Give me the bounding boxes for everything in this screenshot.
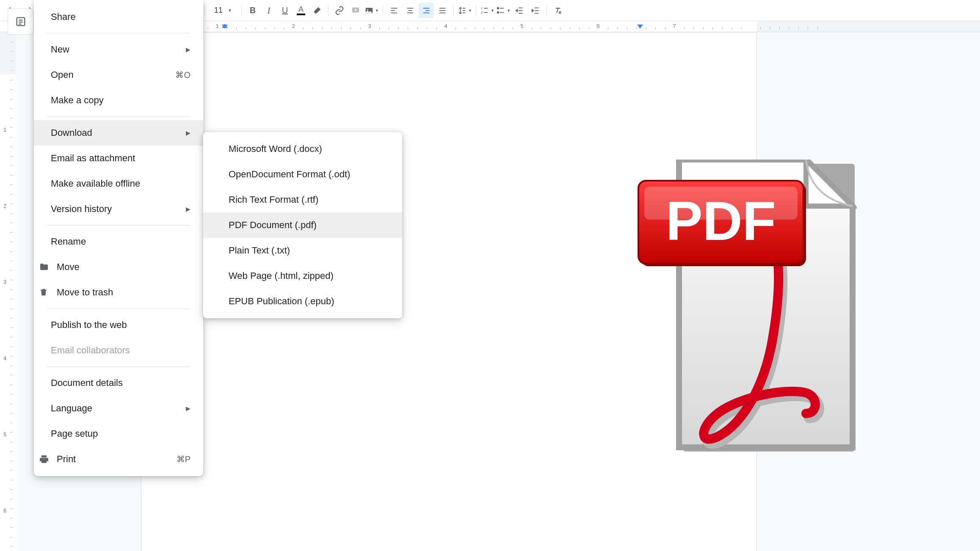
- folder-icon: [39, 262, 52, 272]
- submenu-item-epub[interactable]: EPUB Publication (.epub): [203, 289, 402, 314]
- highlight-button[interactable]: [309, 3, 325, 18]
- clear-formatting-button[interactable]: [550, 3, 566, 18]
- document-outline-button[interactable]: [8, 8, 34, 35]
- chevron-down-icon: ▼: [507, 8, 511, 13]
- align-center-button[interactable]: [403, 3, 418, 18]
- insert-image-button[interactable]: ▼: [364, 3, 379, 18]
- menu-item-print[interactable]: Print⌘P: [34, 446, 203, 472]
- menu-item-available-offline[interactable]: Make available offline: [34, 171, 203, 196]
- menu-item-language[interactable]: Language▶: [34, 396, 203, 421]
- menu-item-make-copy[interactable]: Make a copy: [34, 88, 203, 113]
- numbered-list-button[interactable]: 12 ▼: [480, 3, 495, 18]
- print-icon: [39, 454, 52, 464]
- download-submenu: Microsoft Word (.docx) OpenDocument Form…: [203, 132, 402, 318]
- submenu-item-odt[interactable]: OpenDocument Format (.odt): [203, 162, 402, 187]
- menu-separator: [47, 33, 190, 33]
- submenu-item-rtf[interactable]: Rich Text Format (.rtf): [203, 187, 402, 212]
- toolbar-separator: [453, 6, 454, 16]
- text-color-button[interactable]: A: [293, 3, 309, 18]
- bold-button[interactable]: B: [245, 3, 260, 18]
- submenu-item-pdf[interactable]: PDF Document (.pdf): [203, 212, 402, 238]
- menu-item-share[interactable]: Share: [34, 4, 203, 30]
- menu-item-open[interactable]: Open⌘O: [34, 62, 203, 88]
- increase-indent-button[interactable]: [528, 3, 543, 18]
- align-left-button[interactable]: [386, 3, 402, 18]
- menu-item-version-history[interactable]: Version history▶: [34, 196, 203, 222]
- menu-item-move-to-trash[interactable]: Move to trash: [34, 280, 203, 305]
- font-size-dropdown[interactable]: 11 ▼: [208, 3, 238, 18]
- menu-separator: [47, 366, 190, 367]
- menu-item-new[interactable]: New▶: [34, 37, 203, 62]
- menu-separator: [47, 309, 190, 309]
- underline-button[interactable]: U: [277, 3, 293, 18]
- submenu-item-docx[interactable]: Microsoft Word (.docx): [203, 136, 402, 162]
- submenu-item-html[interactable]: Web Page (.html, zipped): [203, 263, 402, 289]
- toolbar-separator: [204, 6, 205, 16]
- insert-link-button[interactable]: [332, 3, 347, 18]
- toolbar-separator: [328, 6, 329, 16]
- align-right-button[interactable]: [419, 3, 434, 18]
- submenu-arrow-icon: ▶: [186, 405, 190, 412]
- chevron-down-icon: ▼: [491, 8, 494, 13]
- chevron-down-icon: ▼: [375, 8, 379, 13]
- toolbar-separator: [383, 6, 383, 16]
- svg-point-23: [497, 11, 499, 13]
- font-size-value: 11: [214, 6, 223, 15]
- submenu-arrow-icon: ▶: [186, 46, 190, 53]
- toolbar-separator: [547, 6, 547, 16]
- vertical-ruler: 123456: [0, 32, 16, 551]
- menu-item-email-attachment[interactable]: Email as attachment: [34, 146, 203, 171]
- toolbar-separator: [476, 6, 476, 16]
- shortcut-label: ⌘P: [177, 454, 190, 464]
- submenu-arrow-icon: ▶: [186, 129, 190, 136]
- insert-comment-button[interactable]: [348, 3, 363, 18]
- trash-icon: [39, 288, 52, 297]
- submenu-arrow-icon: ▶: [186, 206, 190, 212]
- menu-item-page-setup[interactable]: Page setup: [34, 421, 203, 446]
- align-justify-button[interactable]: [435, 3, 450, 18]
- file-menu: Share New▶ Open⌘O Make a copy Download▶ …: [34, 0, 203, 476]
- menu-item-email-collaborators: Email collaborators: [34, 338, 203, 363]
- menu-item-move[interactable]: Move: [34, 254, 203, 280]
- line-spacing-button[interactable]: ▼: [457, 3, 472, 18]
- submenu-item-txt[interactable]: Plain Text (.txt): [203, 238, 402, 263]
- pdf-file-image: PDF: [637, 160, 857, 456]
- menu-item-rename[interactable]: Rename: [34, 229, 203, 254]
- svg-text:2: 2: [481, 11, 483, 14]
- svg-point-2: [367, 9, 368, 10]
- italic-button[interactable]: I: [261, 3, 276, 18]
- decrease-indent-button[interactable]: [512, 3, 527, 18]
- chevron-down-icon: ▼: [468, 8, 472, 13]
- menu-item-document-details[interactable]: Document details: [34, 370, 203, 396]
- shortcut-label: ⌘O: [175, 70, 190, 80]
- svg-point-22: [497, 7, 499, 9]
- chevron-down-icon: ▼: [228, 8, 232, 13]
- menu-item-download[interactable]: Download▶: [34, 120, 203, 146]
- toolbar-separator: [241, 6, 242, 16]
- svg-text:1: 1: [481, 6, 483, 10]
- menu-separator: [47, 225, 190, 226]
- bulleted-list-button[interactable]: ▼: [496, 3, 511, 18]
- menu-item-publish-web[interactable]: Publish to the web: [34, 312, 203, 338]
- menu-separator: [47, 116, 190, 117]
- pdf-label-text: PDF: [666, 190, 776, 252]
